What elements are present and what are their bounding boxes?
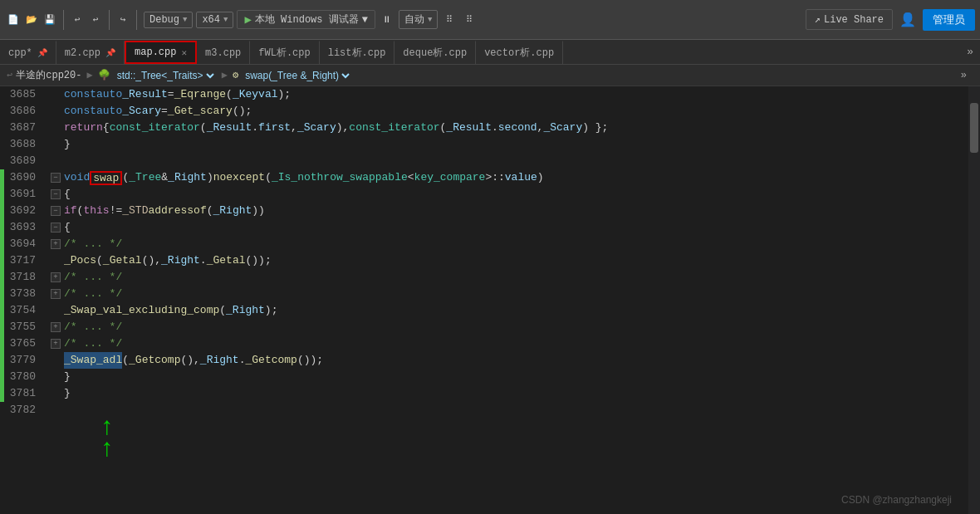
- code-line-3781: }: [64, 385, 968, 402]
- code-line-3686: const auto _Scary = _Get_scary();: [64, 103, 968, 120]
- fold-comment: /* ... */: [64, 319, 122, 335]
- breadcrumb-function-select[interactable]: swap(_Tree &_Right): [242, 69, 352, 82]
- bc-tree-icon: 🌳: [98, 69, 110, 81]
- tab-m2-pin-icon: 📌: [105, 48, 115, 58]
- code-editor[interactable]: const auto _Result = _Eqrange(_Keyval); …: [64, 86, 968, 514]
- tab-m3cpp[interactable]: m3.cpp: [197, 41, 250, 64]
- code-line-3692: if (this != _STD addressof(_Right)): [64, 203, 968, 219]
- code-line-3738: /* ... */: [64, 286, 968, 302]
- tab-mapcpp-close-icon[interactable]: ✕: [181, 47, 187, 58]
- save-icon[interactable]: 💾: [42, 12, 58, 28]
- code-line-3691: {: [64, 186, 968, 203]
- arch-label: x64: [202, 14, 220, 26]
- code-line-3688: }: [64, 136, 968, 153]
- fold-open-btn-3693[interactable]: −: [51, 223, 61, 233]
- tab-list[interactable]: list析.cpp: [320, 41, 395, 64]
- account-icon[interactable]: 👤: [899, 12, 916, 28]
- var-result: _Result: [122, 86, 168, 103]
- tab-m3cpp-label: m3.cpp: [205, 47, 241, 59]
- separator-2: [109, 10, 110, 30]
- line-number-3717: 3717: [4, 252, 42, 269]
- tab-fwl[interactable]: fWL析.cpp: [250, 41, 319, 64]
- new-file-icon[interactable]: 📄: [5, 12, 22, 28]
- line-number-3687: 3687: [4, 120, 42, 136]
- tab-fwl-label: fWL析.cpp: [258, 46, 310, 60]
- breadcrumb-root: 半途的cpp20-: [16, 68, 81, 82]
- liveshare-label: Live Share: [824, 14, 884, 26]
- tab-vector[interactable]: vector析.cpp: [476, 41, 563, 64]
- bc-sep-1: ▶: [86, 69, 92, 81]
- editor-area: 3685368636873688368936903691369236933694…: [0, 86, 980, 514]
- arch-arrow-icon: ▼: [223, 16, 228, 24]
- bc-function-icon: ⚙: [233, 69, 238, 81]
- auto-dropdown[interactable]: 自动 ▼: [399, 10, 438, 29]
- breadcrumb-overflow-icon[interactable]: »: [954, 70, 973, 81]
- toolbar: 📄 📂 💾 ↩ ↩ ↪ Debug ▼ x64 ▼ ▶ 本地 Windows 调…: [0, 0, 980, 40]
- line-number-3738: 3738: [4, 286, 42, 302]
- line-number-3694: 3694: [4, 236, 42, 252]
- line-number-3765: 3765: [4, 335, 42, 352]
- var-keyval: _Keyval: [233, 86, 278, 103]
- toolbar-right: ↗ Live Share 👤 管理员: [806, 9, 975, 31]
- fold-comment: /* ... */: [64, 286, 122, 302]
- fold-open-btn-3691[interactable]: −: [51, 189, 61, 199]
- auto-label: 自动: [404, 12, 424, 27]
- fold-btn-3738[interactable]: +: [51, 289, 61, 299]
- code-line-3755: /* ... */: [64, 319, 968, 335]
- tabs-overflow-icon[interactable]: »: [960, 46, 980, 58]
- code-line-3782: [64, 402, 968, 419]
- arch-dropdown[interactable]: x64 ▼: [196, 12, 233, 28]
- fold-btn-3694[interactable]: +: [51, 239, 61, 249]
- tab-m2cpp[interactable]: m2.cpp 📌: [56, 41, 125, 64]
- undo2-icon[interactable]: ↩: [87, 12, 104, 28]
- fold-btn-3765[interactable]: +: [51, 339, 61, 349]
- code-line-3693: {: [64, 219, 968, 236]
- code-line-3685: const auto _Result = _Eqrange(_Keyval);: [64, 86, 968, 103]
- line-number-3685: 3685: [4, 86, 42, 103]
- kw-const: const: [64, 86, 96, 103]
- admin-button[interactable]: 管理员: [923, 9, 975, 31]
- fold-btn-3755[interactable]: +: [51, 322, 61, 332]
- bc-sep-2: ▶: [222, 69, 228, 81]
- toolbar-left-icons: 📄 📂 💾 ↩ ↩ ↪: [5, 10, 140, 30]
- line-number-3781: 3781: [4, 385, 42, 402]
- debug-dropdown[interactable]: Debug ▼: [144, 12, 193, 28]
- watermark: CSDN @zhangzhangkeji: [841, 494, 952, 506]
- green-arrow-up2: ↑: [100, 435, 115, 463]
- play-icon: ▶: [244, 12, 251, 27]
- fold-open-btn-3692[interactable]: −: [51, 206, 61, 216]
- grid-icon[interactable]: ⠿: [441, 12, 458, 28]
- line-number-3690: 3690: [4, 169, 42, 186]
- fold-btn-3718[interactable]: +: [51, 272, 61, 282]
- run-button[interactable]: ▶ 本地 Windows 调试器 ▼: [237, 10, 375, 29]
- kw-auto: auto: [96, 86, 122, 103]
- share-icon: ↗: [815, 13, 821, 26]
- open-icon[interactable]: 📂: [23, 12, 40, 28]
- breadcrumb-namespace-select[interactable]: std::_Tree<_Traits>: [114, 69, 217, 82]
- tab-deque-label: deque析.cpp: [403, 46, 467, 60]
- line-number-3754: 3754: [4, 302, 42, 319]
- line-number-3755: 3755: [4, 319, 42, 335]
- undo-icon[interactable]: ↩: [69, 12, 86, 28]
- tab-mapcpp[interactable]: map.cpp ✕: [125, 41, 197, 64]
- fn-eqrange: _Eqrange: [174, 86, 226, 103]
- code-line-3689: [64, 153, 968, 169]
- code-lines-container: const auto _Result = _Eqrange(_Keyval); …: [64, 86, 968, 514]
- scrollbar-thumb[interactable]: [970, 103, 978, 153]
- liveshare-button[interactable]: ↗ Live Share: [806, 9, 893, 30]
- grid2-icon[interactable]: ⠿: [461, 12, 478, 28]
- fold-comment: /* ... */: [64, 236, 122, 252]
- tab-deque[interactable]: deque析.cpp: [394, 41, 476, 64]
- tab-m2cpp-label: m2.cpp: [65, 47, 100, 59]
- run-label: 本地 Windows 调试器: [255, 12, 359, 27]
- redo-icon[interactable]: ↪: [115, 12, 131, 28]
- scrollbar-right[interactable]: [968, 86, 980, 514]
- run-arrow-icon: ▼: [362, 14, 368, 26]
- code-line-3694: /* ... */: [64, 236, 968, 252]
- fold-comment: /* ... */: [64, 335, 122, 352]
- fold-open-btn-3690[interactable]: −: [51, 173, 61, 183]
- line-number-3779: 3779: [4, 352, 42, 369]
- pause-icon[interactable]: ⏸: [379, 12, 395, 28]
- tab-cpp-star[interactable]: cpp* 📌: [0, 41, 56, 64]
- code-line-3718: /* ... */: [64, 269, 968, 286]
